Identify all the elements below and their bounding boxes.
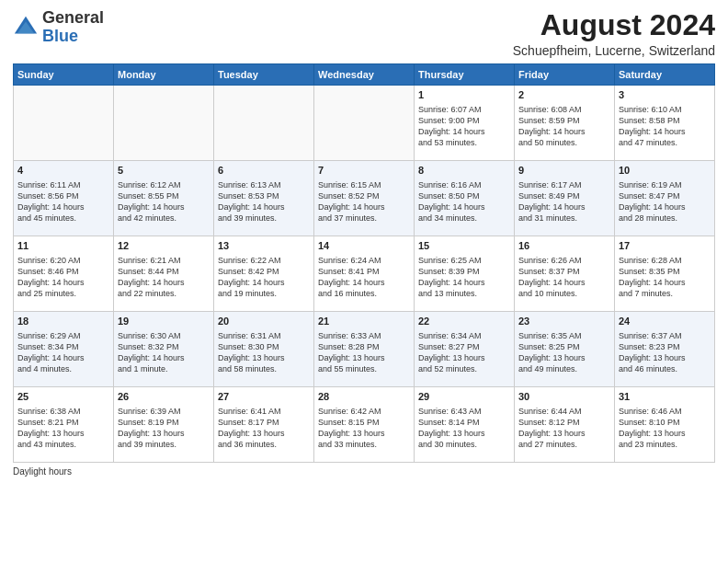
calendar-cell: 8Sunrise: 6:16 AM Sunset: 8:50 PM Daylig… bbox=[415, 161, 515, 236]
calendar-header-monday: Monday bbox=[114, 64, 214, 86]
day-info: Sunrise: 6:24 AM Sunset: 8:41 PM Dayligh… bbox=[318, 255, 410, 300]
day-info: Sunrise: 6:25 AM Sunset: 8:39 PM Dayligh… bbox=[418, 255, 510, 300]
day-number: 12 bbox=[118, 239, 210, 253]
calendar-cell: 15Sunrise: 6:25 AM Sunset: 8:39 PM Dayli… bbox=[415, 236, 515, 312]
calendar-cell: 26Sunrise: 6:39 AM Sunset: 8:19 PM Dayli… bbox=[114, 387, 214, 463]
calendar-week-row: 18Sunrise: 6:29 AM Sunset: 8:34 PM Dayli… bbox=[14, 312, 715, 387]
day-info: Sunrise: 6:20 AM Sunset: 8:46 PM Dayligh… bbox=[17, 255, 109, 300]
calendar-cell: 1Sunrise: 6:07 AM Sunset: 9:00 PM Daylig… bbox=[415, 86, 515, 161]
day-number: 8 bbox=[418, 164, 510, 178]
day-info: Sunrise: 6:08 AM Sunset: 8:59 PM Dayligh… bbox=[518, 104, 610, 149]
calendar-cell: 16Sunrise: 6:26 AM Sunset: 8:37 PM Dayli… bbox=[515, 236, 615, 312]
calendar-week-row: 11Sunrise: 6:20 AM Sunset: 8:46 PM Dayli… bbox=[14, 236, 715, 312]
calendar-header-row: SundayMondayTuesdayWednesdayThursdayFrid… bbox=[14, 64, 715, 86]
day-number: 31 bbox=[619, 390, 711, 404]
day-number: 19 bbox=[118, 315, 210, 328]
calendar-header-sunday: Sunday bbox=[14, 64, 114, 86]
day-number: 20 bbox=[218, 315, 310, 328]
day-number: 10 bbox=[619, 164, 711, 178]
day-number: 27 bbox=[218, 390, 310, 404]
day-number: 13 bbox=[218, 239, 310, 253]
day-info: Sunrise: 6:16 AM Sunset: 8:50 PM Dayligh… bbox=[418, 179, 510, 224]
day-info: Sunrise: 6:19 AM Sunset: 8:47 PM Dayligh… bbox=[619, 179, 711, 224]
calendar-cell: 11Sunrise: 6:20 AM Sunset: 8:46 PM Dayli… bbox=[14, 236, 114, 312]
day-number: 21 bbox=[318, 315, 410, 328]
calendar-header-thursday: Thursday bbox=[415, 64, 515, 86]
day-info: Sunrise: 6:12 AM Sunset: 8:55 PM Dayligh… bbox=[118, 179, 210, 224]
header: General Blue August 2024 Schuepfheim, Lu… bbox=[13, 9, 715, 58]
day-number: 18 bbox=[17, 315, 109, 328]
calendar-cell: 10Sunrise: 6:19 AM Sunset: 8:47 PM Dayli… bbox=[615, 161, 715, 236]
day-info: Sunrise: 6:21 AM Sunset: 8:44 PM Dayligh… bbox=[118, 255, 210, 300]
calendar-table: SundayMondayTuesdayWednesdayThursdayFrid… bbox=[13, 63, 715, 463]
day-info: Sunrise: 6:43 AM Sunset: 8:14 PM Dayligh… bbox=[418, 406, 510, 451]
calendar-cell: 6Sunrise: 6:13 AM Sunset: 8:53 PM Daylig… bbox=[214, 161, 314, 236]
day-number: 16 bbox=[518, 239, 610, 253]
calendar-cell: 29Sunrise: 6:43 AM Sunset: 8:14 PM Dayli… bbox=[415, 387, 515, 463]
logo-blue: Blue bbox=[42, 27, 78, 45]
day-number: 22 bbox=[418, 315, 510, 328]
day-info: Sunrise: 6:33 AM Sunset: 8:28 PM Dayligh… bbox=[318, 330, 410, 375]
calendar-cell: 20Sunrise: 6:31 AM Sunset: 8:30 PM Dayli… bbox=[214, 312, 314, 387]
calendar-week-row: 1Sunrise: 6:07 AM Sunset: 9:00 PM Daylig… bbox=[14, 86, 715, 161]
title-block: August 2024 Schuepfheim, Lucerne, Switze… bbox=[513, 9, 715, 58]
calendar-cell: 3Sunrise: 6:10 AM Sunset: 8:58 PM Daylig… bbox=[615, 86, 715, 161]
logo-text: General Blue bbox=[42, 9, 104, 46]
logo-general: General bbox=[42, 8, 104, 27]
day-number: 6 bbox=[218, 164, 310, 178]
location-subtitle: Schuepfheim, Lucerne, Switzerland bbox=[513, 43, 715, 58]
logo-icon bbox=[13, 15, 39, 40]
day-info: Sunrise: 6:34 AM Sunset: 8:27 PM Dayligh… bbox=[418, 330, 510, 375]
day-info: Sunrise: 6:22 AM Sunset: 8:42 PM Dayligh… bbox=[218, 255, 310, 300]
day-info: Sunrise: 6:17 AM Sunset: 8:49 PM Dayligh… bbox=[518, 179, 610, 224]
day-info: Sunrise: 6:28 AM Sunset: 8:35 PM Dayligh… bbox=[619, 255, 711, 300]
calendar-cell bbox=[314, 86, 415, 161]
day-number: 1 bbox=[418, 88, 510, 102]
calendar-cell: 23Sunrise: 6:35 AM Sunset: 8:25 PM Dayli… bbox=[515, 312, 615, 387]
day-number: 30 bbox=[518, 390, 610, 404]
day-number: 5 bbox=[118, 164, 210, 178]
calendar-cell: 22Sunrise: 6:34 AM Sunset: 8:27 PM Dayli… bbox=[415, 312, 515, 387]
day-info: Sunrise: 6:42 AM Sunset: 8:15 PM Dayligh… bbox=[318, 406, 410, 451]
day-number: 28 bbox=[318, 390, 410, 404]
day-info: Sunrise: 6:13 AM Sunset: 8:53 PM Dayligh… bbox=[218, 179, 310, 224]
day-info: Sunrise: 6:07 AM Sunset: 9:00 PM Dayligh… bbox=[418, 104, 510, 149]
day-info: Sunrise: 6:29 AM Sunset: 8:34 PM Dayligh… bbox=[17, 330, 109, 375]
day-info: Sunrise: 6:39 AM Sunset: 8:19 PM Dayligh… bbox=[118, 406, 210, 451]
calendar-cell bbox=[114, 86, 214, 161]
calendar-cell: 12Sunrise: 6:21 AM Sunset: 8:44 PM Dayli… bbox=[114, 236, 214, 312]
day-number: 26 bbox=[118, 390, 210, 404]
day-number: 25 bbox=[17, 390, 109, 404]
calendar-cell: 27Sunrise: 6:41 AM Sunset: 8:17 PM Dayli… bbox=[214, 387, 314, 463]
day-info: Sunrise: 6:26 AM Sunset: 8:37 PM Dayligh… bbox=[518, 255, 610, 300]
day-info: Sunrise: 6:30 AM Sunset: 8:32 PM Dayligh… bbox=[118, 330, 210, 375]
day-number: 2 bbox=[518, 88, 610, 102]
calendar-cell: 25Sunrise: 6:38 AM Sunset: 8:21 PM Dayli… bbox=[14, 387, 114, 463]
day-number: 17 bbox=[619, 239, 711, 253]
day-number: 9 bbox=[518, 164, 610, 178]
calendar-cell: 30Sunrise: 6:44 AM Sunset: 8:12 PM Dayli… bbox=[515, 387, 615, 463]
calendar-cell: 4Sunrise: 6:11 AM Sunset: 8:56 PM Daylig… bbox=[14, 161, 114, 236]
day-info: Sunrise: 6:46 AM Sunset: 8:10 PM Dayligh… bbox=[619, 406, 711, 451]
day-info: Sunrise: 6:44 AM Sunset: 8:12 PM Dayligh… bbox=[518, 406, 610, 451]
day-number: 24 bbox=[619, 315, 711, 328]
calendar-week-row: 4Sunrise: 6:11 AM Sunset: 8:56 PM Daylig… bbox=[14, 161, 715, 236]
day-info: Sunrise: 6:11 AM Sunset: 8:56 PM Dayligh… bbox=[17, 179, 109, 224]
day-info: Sunrise: 6:10 AM Sunset: 8:58 PM Dayligh… bbox=[619, 104, 711, 149]
day-number: 7 bbox=[318, 164, 410, 178]
calendar-cell: 31Sunrise: 6:46 AM Sunset: 8:10 PM Dayli… bbox=[615, 387, 715, 463]
calendar-cell: 2Sunrise: 6:08 AM Sunset: 8:59 PM Daylig… bbox=[515, 86, 615, 161]
day-number: 15 bbox=[418, 239, 510, 253]
calendar-week-row: 25Sunrise: 6:38 AM Sunset: 8:21 PM Dayli… bbox=[14, 387, 715, 463]
day-number: 29 bbox=[418, 390, 510, 404]
calendar-cell: 21Sunrise: 6:33 AM Sunset: 8:28 PM Dayli… bbox=[314, 312, 415, 387]
calendar-cell: 24Sunrise: 6:37 AM Sunset: 8:23 PM Dayli… bbox=[615, 312, 715, 387]
calendar-cell: 19Sunrise: 6:30 AM Sunset: 8:32 PM Dayli… bbox=[114, 312, 214, 387]
calendar-cell: 13Sunrise: 6:22 AM Sunset: 8:42 PM Dayli… bbox=[214, 236, 314, 312]
calendar-cell: 18Sunrise: 6:29 AM Sunset: 8:34 PM Dayli… bbox=[14, 312, 114, 387]
page: General Blue August 2024 Schuepfheim, Lu… bbox=[0, 0, 728, 563]
day-number: 14 bbox=[318, 239, 410, 253]
month-title: August 2024 bbox=[513, 9, 715, 41]
day-number: 4 bbox=[17, 164, 109, 178]
day-info: Sunrise: 6:38 AM Sunset: 8:21 PM Dayligh… bbox=[17, 406, 109, 451]
